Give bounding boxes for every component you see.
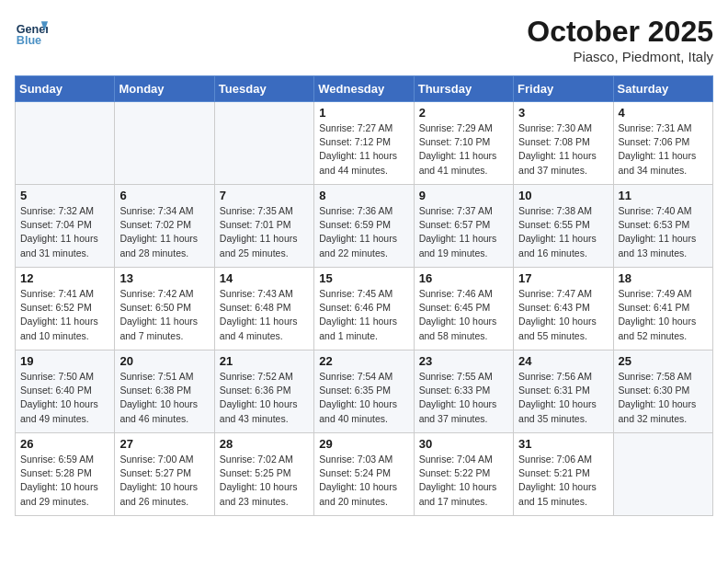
calendar-cell: 27Sunrise: 7:00 AM Sunset: 5:27 PM Dayli… (115, 433, 214, 516)
day-number: 19 (20, 354, 109, 368)
calendar-cell: 24Sunrise: 7:56 AM Sunset: 6:31 PM Dayli… (514, 350, 613, 433)
calendar-cell: 13Sunrise: 7:42 AM Sunset: 6:50 PM Dayli… (115, 268, 214, 350)
calendar-cell: 8Sunrise: 7:36 AM Sunset: 6:59 PM Daylig… (314, 185, 414, 268)
day-info: Sunrise: 7:46 AM Sunset: 6:45 PM Dayligh… (419, 287, 508, 343)
calendar-cell: 9Sunrise: 7:37 AM Sunset: 6:57 PM Daylig… (414, 185, 513, 268)
day-info: Sunrise: 7:55 AM Sunset: 6:33 PM Dayligh… (419, 370, 508, 426)
day-number: 15 (319, 271, 408, 285)
day-info: Sunrise: 7:02 AM Sunset: 5:25 PM Dayligh… (220, 453, 309, 509)
week-row-2: 5Sunrise: 7:32 AM Sunset: 7:04 PM Daylig… (16, 185, 713, 268)
calendar-cell: 31Sunrise: 7:06 AM Sunset: 5:21 PM Dayli… (514, 433, 613, 516)
day-info: Sunrise: 7:43 AM Sunset: 6:48 PM Dayligh… (220, 287, 309, 343)
calendar-cell: 7Sunrise: 7:35 AM Sunset: 7:01 PM Daylig… (214, 185, 313, 268)
day-number: 5 (20, 189, 109, 202)
weekday-header-thursday: Thursday (414, 76, 513, 102)
day-number: 20 (119, 354, 209, 368)
logo: General Blue (15, 15, 48, 48)
calendar-cell (214, 102, 313, 185)
weekday-header-monday: Monday (115, 76, 214, 102)
day-info: Sunrise: 7:49 AM Sunset: 6:41 PM Dayligh… (619, 287, 708, 343)
day-number: 7 (220, 189, 309, 202)
day-info: Sunrise: 7:27 AM Sunset: 7:12 PM Dayligh… (319, 121, 408, 178)
weekday-header-row: SundayMondayTuesdayWednesdayThursdayFrid… (16, 76, 713, 102)
calendar-cell: 30Sunrise: 7:04 AM Sunset: 5:22 PM Dayli… (414, 433, 513, 516)
day-info: Sunrise: 7:51 AM Sunset: 6:38 PM Dayligh… (119, 370, 209, 426)
calendar-cell: 10Sunrise: 7:38 AM Sunset: 6:55 PM Dayli… (514, 185, 613, 268)
day-info: Sunrise: 7:32 AM Sunset: 7:04 PM Dayligh… (20, 204, 109, 260)
day-info: Sunrise: 6:59 AM Sunset: 5:28 PM Dayligh… (20, 453, 109, 509)
day-number: 27 (119, 437, 209, 451)
day-number: 26 (20, 437, 109, 451)
location: Piasco, Piedmont, Italy (527, 49, 713, 64)
day-info: Sunrise: 7:50 AM Sunset: 6:40 PM Dayligh… (20, 370, 109, 426)
calendar-cell: 4Sunrise: 7:31 AM Sunset: 7:06 PM Daylig… (613, 102, 712, 185)
day-info: Sunrise: 7:36 AM Sunset: 6:59 PM Dayligh… (319, 204, 408, 260)
calendar-cell: 25Sunrise: 7:58 AM Sunset: 6:30 PM Dayli… (613, 350, 712, 433)
day-info: Sunrise: 7:42 AM Sunset: 6:50 PM Dayligh… (119, 287, 209, 343)
week-row-4: 19Sunrise: 7:50 AM Sunset: 6:40 PM Dayli… (16, 350, 713, 433)
day-number: 13 (119, 271, 209, 285)
calendar-cell: 2Sunrise: 7:29 AM Sunset: 7:10 PM Daylig… (414, 102, 513, 185)
calendar-cell: 1Sunrise: 7:27 AM Sunset: 7:12 PM Daylig… (314, 102, 414, 185)
calendar-table: SundayMondayTuesdayWednesdayThursdayFrid… (15, 75, 713, 516)
day-number: 16 (419, 271, 508, 285)
day-info: Sunrise: 7:58 AM Sunset: 6:30 PM Dayligh… (619, 370, 708, 426)
day-number: 29 (319, 437, 408, 451)
day-info: Sunrise: 7:40 AM Sunset: 6:53 PM Dayligh… (619, 204, 708, 260)
calendar-cell: 22Sunrise: 7:54 AM Sunset: 6:35 PM Dayli… (314, 350, 414, 433)
day-number: 30 (419, 437, 508, 451)
day-info: Sunrise: 7:03 AM Sunset: 5:24 PM Dayligh… (319, 453, 408, 509)
day-info: Sunrise: 7:30 AM Sunset: 7:08 PM Dayligh… (518, 121, 608, 178)
day-info: Sunrise: 7:45 AM Sunset: 6:46 PM Dayligh… (319, 287, 408, 343)
calendar-cell (613, 433, 712, 516)
svg-text:Blue: Blue (17, 34, 41, 47)
weekday-header-tuesday: Tuesday (214, 76, 313, 102)
calendar-cell: 29Sunrise: 7:03 AM Sunset: 5:24 PM Dayli… (314, 433, 414, 516)
day-number: 11 (619, 189, 708, 202)
day-number: 8 (319, 189, 408, 202)
day-number: 31 (518, 437, 608, 451)
calendar-cell: 12Sunrise: 7:41 AM Sunset: 6:52 PM Dayli… (16, 268, 115, 350)
calendar-cell: 19Sunrise: 7:50 AM Sunset: 6:40 PM Dayli… (16, 350, 115, 433)
day-info: Sunrise: 7:52 AM Sunset: 6:36 PM Dayligh… (220, 370, 309, 426)
day-number: 1 (319, 106, 408, 120)
day-number: 4 (619, 106, 708, 120)
calendar-cell: 20Sunrise: 7:51 AM Sunset: 6:38 PM Dayli… (115, 350, 214, 433)
weekday-header-wednesday: Wednesday (314, 76, 414, 102)
page-header: General Blue October 2025 Piasco, Piedmo… (15, 15, 713, 64)
day-number: 3 (518, 106, 608, 120)
calendar-cell: 21Sunrise: 7:52 AM Sunset: 6:36 PM Dayli… (214, 350, 313, 433)
week-row-3: 12Sunrise: 7:41 AM Sunset: 6:52 PM Dayli… (16, 268, 713, 350)
calendar-cell: 5Sunrise: 7:32 AM Sunset: 7:04 PM Daylig… (16, 185, 115, 268)
month-title: October 2025 (527, 15, 713, 49)
calendar-cell: 23Sunrise: 7:55 AM Sunset: 6:33 PM Dayli… (414, 350, 513, 433)
day-info: Sunrise: 7:47 AM Sunset: 6:43 PM Dayligh… (518, 287, 608, 343)
week-row-1: 1Sunrise: 7:27 AM Sunset: 7:12 PM Daylig… (16, 102, 713, 185)
week-row-5: 26Sunrise: 6:59 AM Sunset: 5:28 PM Dayli… (16, 433, 713, 516)
day-info: Sunrise: 7:31 AM Sunset: 7:06 PM Dayligh… (619, 121, 708, 178)
title-block: October 2025 Piasco, Piedmont, Italy (527, 15, 713, 64)
day-number: 6 (119, 189, 209, 202)
day-number: 10 (518, 189, 608, 202)
day-info: Sunrise: 7:29 AM Sunset: 7:10 PM Dayligh… (419, 121, 508, 178)
day-number: 23 (419, 354, 508, 368)
day-number: 2 (419, 106, 508, 120)
day-info: Sunrise: 7:38 AM Sunset: 6:55 PM Dayligh… (518, 204, 608, 260)
weekday-header-sunday: Sunday (16, 76, 115, 102)
day-number: 9 (419, 189, 508, 202)
calendar-cell: 16Sunrise: 7:46 AM Sunset: 6:45 PM Dayli… (414, 268, 513, 350)
calendar-cell: 15Sunrise: 7:45 AM Sunset: 6:46 PM Dayli… (314, 268, 414, 350)
day-number: 12 (20, 271, 109, 285)
day-info: Sunrise: 7:56 AM Sunset: 6:31 PM Dayligh… (518, 370, 608, 426)
weekday-header-friday: Friday (514, 76, 613, 102)
day-info: Sunrise: 7:37 AM Sunset: 6:57 PM Dayligh… (419, 204, 508, 260)
day-number: 25 (619, 354, 708, 368)
day-info: Sunrise: 7:34 AM Sunset: 7:02 PM Dayligh… (119, 204, 209, 260)
day-number: 21 (220, 354, 309, 368)
day-number: 28 (220, 437, 309, 451)
day-number: 18 (619, 271, 708, 285)
day-number: 17 (518, 271, 608, 285)
day-number: 24 (518, 354, 608, 368)
logo-icon: General Blue (15, 15, 48, 48)
day-info: Sunrise: 7:41 AM Sunset: 6:52 PM Dayligh… (20, 287, 109, 343)
